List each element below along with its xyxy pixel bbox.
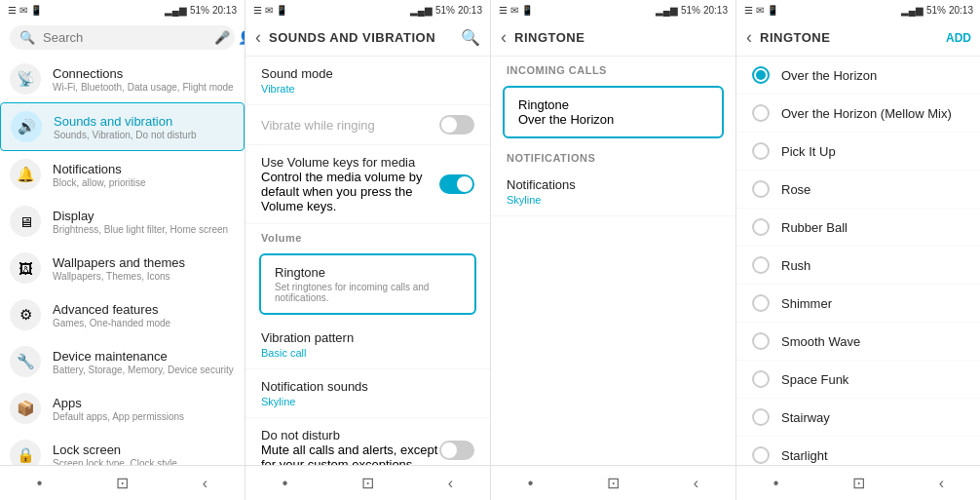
sidebar-subtitle-sounds: Sounds, Vibration, Do not disturb [54, 130, 197, 140]
search-input[interactable] [43, 30, 207, 45]
ringtone-radio-8[interactable] [752, 370, 770, 388]
notification-sounds-row[interactable]: Notification sounds Skyline [245, 369, 490, 418]
ringtone-name-7: Smooth Wave [781, 334, 860, 349]
status-bar-3: ☰ ✉ 📱 ▂▄▆ 51% 20:13 [491, 0, 735, 19]
ringtone-radio-7[interactable] [752, 332, 770, 350]
s4-icon-3: 📱 [767, 5, 778, 16]
do-not-disturb-subtitle: Mute all calls and alerts, except for yo… [261, 442, 439, 465]
ringtone-panel-back[interactable]: ‹ [501, 27, 507, 48]
ringtone-list-item[interactable]: Over the Horizon (Mellow Mix) [736, 95, 980, 133]
ringtone-list-item[interactable]: Rose [736, 171, 980, 209]
vibrate-ringing-row[interactable]: Vibrate while ringing [245, 105, 490, 145]
back-btn-1[interactable]: ‹ [203, 475, 207, 492]
do-not-disturb-row[interactable]: Do not disturb Mute all calls and alerts… [245, 418, 490, 465]
ringtone-list-title: RINGTONE [760, 30, 938, 45]
sidebar-subtitle-notifications: Block, allow, prioritise [53, 177, 146, 188]
ringtone-radio-9[interactable] [752, 408, 770, 426]
home-btn-3[interactable]: ⊡ [607, 474, 620, 492]
sidebar-item-connections[interactable]: 📡 Connections Wi-Fi, Bluetooth, Data usa… [0, 56, 245, 102]
time-1: 20:13 [212, 5, 237, 16]
recent-apps-btn-3[interactable]: • [528, 475, 534, 492]
ringtone-radio-4[interactable] [752, 218, 770, 236]
recent-apps-btn-2[interactable]: • [283, 475, 288, 492]
sound-mode-row[interactable]: Sound mode Vibrate [245, 57, 490, 105]
home-btn-2[interactable]: ⊡ [361, 474, 374, 492]
status-bar-right-1: ▂▄▆ 51% 20:13 [165, 5, 237, 16]
ringtone-list-item[interactable]: Smooth Wave [736, 323, 980, 361]
notification-sounds-value: Skyline [261, 396, 474, 407]
vibration-pattern-title: Vibration pattern [261, 330, 474, 345]
sounds-search-icon[interactable]: 🔍 [461, 28, 480, 47]
sidebar-subtitle-connections: Wi-Fi, Bluetooth, Data usage, Flight mod… [53, 82, 234, 93]
ringtone-radio-2[interactable] [752, 142, 770, 160]
s4-icon-2: ✉ [756, 5, 764, 16]
add-ringtone-btn[interactable]: ADD [946, 31, 971, 45]
ringtone-list-item[interactable]: Over the Horizon [736, 57, 980, 95]
do-not-disturb-toggle[interactable] [439, 441, 474, 460]
vibration-pattern-row[interactable]: Vibration pattern Basic call [245, 321, 490, 369]
home-btn-1[interactable]: ⊡ [116, 474, 129, 492]
s2-icon-1: ☰ [253, 5, 262, 16]
recent-apps-btn-1[interactable]: • [37, 475, 43, 492]
sidebar-item-display[interactable]: 🖥 Display Brightness, Blue light filter,… [0, 198, 245, 245]
notification-item[interactable]: Notifications Skyline [491, 168, 735, 216]
sidebar-icon-lockscreen: 🔒 [10, 440, 41, 465]
sidebar-item-wallpapers[interactable]: 🖼 Wallpapers and themes Wallpapers, Them… [0, 245, 245, 291]
sidebar-item-lockscreen[interactable]: 🔒 Lock screen Screen lock type, Clock st… [0, 432, 245, 465]
s2-icon-2: ✉ [265, 5, 273, 16]
ringtone-list-item[interactable]: Starlight [736, 437, 980, 465]
sidebar-title-maintenance: Device maintenance [53, 349, 234, 364]
ringtone-name-5: Rush [781, 258, 810, 273]
ringtone-list-item[interactable]: Shimmer [736, 285, 980, 323]
settings-panel: ☰ ✉ 📱 ▂▄▆ 51% 20:13 🔍 🎤 👤 📡 Connections … [0, 0, 245, 500]
profile-icon[interactable]: 👤 [238, 30, 245, 45]
back-btn-3[interactable]: ‹ [694, 475, 698, 492]
sidebar-icon-connections: 📡 [10, 63, 41, 95]
sidebar-item-sounds[interactable]: 🔊 Sounds and vibration Sounds, Vibration… [0, 102, 245, 151]
back-btn-2[interactable]: ‹ [448, 475, 453, 492]
sidebar-subtitle-apps: Default apps, App permissions [53, 411, 184, 422]
battery-1: 51% [190, 5, 209, 16]
battery-4: 51% [926, 5, 946, 16]
settings-list: 📡 Connections Wi-Fi, Bluetooth, Data usa… [0, 56, 245, 465]
mic-icon[interactable]: 🎤 [214, 30, 230, 45]
home-btn-4[interactable]: ⊡ [852, 474, 865, 492]
volume-keys-row[interactable]: Use Volume keys for media Control the me… [245, 145, 490, 224]
ringtone-list-item[interactable]: Rush [736, 247, 980, 285]
ringtone-radio-6[interactable] [752, 294, 770, 312]
ringtone-list-item[interactable]: Rubber Ball [736, 209, 980, 247]
ringtone-list-item[interactable]: Space Funk [736, 361, 980, 399]
ringtone-list-item[interactable]: Pick It Up [736, 133, 980, 171]
sidebar-item-maintenance[interactable]: 🔧 Device maintenance Battery, Storage, M… [0, 338, 245, 385]
sidebar-item-apps[interactable]: 📦 Apps Default apps, App permissions [0, 385, 245, 432]
notifications-label: NOTIFICATIONS [491, 144, 735, 168]
status-icon-2: ✉ [19, 5, 27, 16]
do-not-disturb-title: Do not disturb [261, 428, 439, 442]
volume-keys-toggle[interactable] [439, 174, 474, 194]
notification-item-title: Notifications [507, 177, 720, 192]
ringtone-radio-1[interactable] [752, 104, 770, 122]
ringtone-radio-10[interactable] [752, 446, 770, 464]
time-3: 20:13 [703, 5, 728, 16]
vibrate-ringing-toggle[interactable] [439, 115, 474, 135]
ringtone-list-item[interactable]: Stairway [736, 399, 980, 437]
ringtone-radio-3[interactable] [752, 180, 770, 198]
sidebar-item-notifications[interactable]: 🔔 Notifications Block, allow, prioritise [0, 151, 245, 198]
ringtone-name-6: Shimmer [781, 296, 832, 311]
back-btn-4[interactable]: ‹ [939, 475, 944, 492]
search-bar[interactable]: 🔍 🎤 👤 [10, 25, 235, 50]
status-bar-2: ☰ ✉ 📱 ▂▄▆ 51% 20:13 [245, 0, 490, 19]
ringtone-box[interactable]: Ringtone Set ringtones for incoming call… [259, 253, 476, 315]
notification-item-value: Skyline [507, 194, 720, 206]
sidebar-icon-display: 🖥 [10, 206, 41, 237]
recent-apps-btn-4[interactable]: • [773, 475, 779, 492]
sidebar-subtitle-display: Brightness, Blue light filter, Home scre… [53, 224, 228, 235]
ringtone-radio-5[interactable] [752, 256, 770, 274]
sidebar-item-advanced[interactable]: ⚙ Advanced features Games, One-handed mo… [0, 291, 245, 338]
ringtone-list-back[interactable]: ‹ [746, 27, 752, 48]
status-bar-1: ☰ ✉ 📱 ▂▄▆ 51% 20:13 [0, 0, 245, 19]
sounds-back-btn[interactable]: ‹ [255, 27, 261, 48]
ringtone-selected-item[interactable]: Ringtone Over the Horizon [503, 86, 724, 138]
ringtone-radio-0[interactable] [752, 66, 770, 84]
sidebar-icon-advanced: ⚙ [10, 299, 41, 330]
